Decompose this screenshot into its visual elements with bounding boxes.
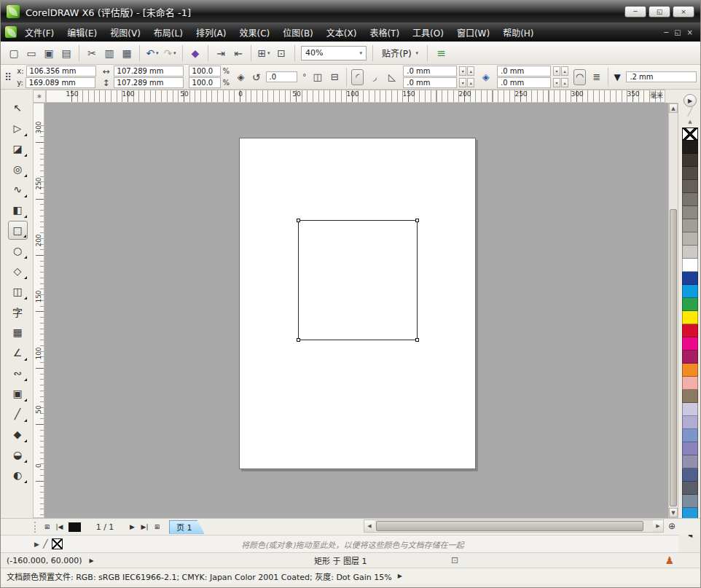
node-handle-top-right[interactable] xyxy=(415,219,419,222)
add-page-end-button[interactable]: ⊞ xyxy=(151,521,163,533)
shape-tool[interactable]: ▷ xyxy=(8,119,28,138)
node-handle-bottom-left[interactable] xyxy=(297,338,300,342)
color-swatch[interactable] xyxy=(682,469,698,482)
menu-layout[interactable]: 布局(L) xyxy=(147,23,189,42)
scroll-left-icon[interactable]: ◀ xyxy=(364,520,375,532)
scroll-down-icon[interactable]: ▼ xyxy=(669,508,678,517)
document-palette-flyout-icon[interactable]: ▶ xyxy=(34,541,39,548)
node-handle-bottom-right[interactable] xyxy=(415,338,419,342)
zoom-level-select[interactable]: 40% ▾ xyxy=(301,46,367,60)
no-color-swatch[interactable] xyxy=(52,538,63,549)
spin-down-icon[interactable]: ▾ xyxy=(553,78,560,87)
color-swatch[interactable] xyxy=(682,324,698,337)
corner-radius-tl-field[interactable]: .0 mm xyxy=(403,66,457,77)
color-eyedropper-tool[interactable]: ╱ xyxy=(8,404,28,423)
corner-radius-tr-field[interactable]: .0 mm xyxy=(497,66,551,77)
vertical-ruler[interactable]: 300250200150100500 xyxy=(33,103,44,518)
color-swatch[interactable] xyxy=(682,403,698,416)
ellipse-tool[interactable]: ○ xyxy=(8,241,28,260)
smart-fill-tool[interactable]: ◧ xyxy=(8,200,28,219)
text-tool[interactable]: 字 xyxy=(8,302,28,321)
copy-button[interactable]: ▥ xyxy=(101,44,118,62)
menu-window[interactable]: 窗口(W) xyxy=(450,23,496,42)
options-icon[interactable]: ≡ xyxy=(432,47,450,60)
basic-shapes-tool[interactable]: ◫ xyxy=(8,282,28,301)
menu-tools[interactable]: 工具(O) xyxy=(406,23,450,42)
color-swatch[interactable] xyxy=(682,285,698,298)
menu-effects[interactable]: 效果(C) xyxy=(232,23,276,42)
welcome-screen-button[interactable]: ⊡ xyxy=(273,44,290,62)
color-swatch[interactable] xyxy=(682,154,698,167)
vertical-scrollbar[interactable]: ▲ ▼ xyxy=(668,103,678,518)
redo-button[interactable]: ↷▾ xyxy=(161,44,179,62)
color-swatch[interactable] xyxy=(682,193,698,206)
menu-edit[interactable]: 编辑(E) xyxy=(60,23,103,42)
menu-table[interactable]: 表格(T) xyxy=(363,23,406,42)
undo-button[interactable]: ↶▾ xyxy=(144,44,161,62)
color-swatch[interactable] xyxy=(682,141,698,154)
object-width-field[interactable]: 107.289 mm xyxy=(114,66,184,77)
new-document-button[interactable]: ▢ xyxy=(5,44,23,62)
corner-radius-br-field[interactable]: .0 mm xyxy=(497,77,551,88)
node-handle-top-left[interactable] xyxy=(297,219,300,222)
vertical-scrollbar-thumb[interactable] xyxy=(670,209,677,506)
mirror-vertical-button[interactable]: ⊟ xyxy=(329,69,341,85)
horizontal-scrollbar-thumb[interactable] xyxy=(376,521,643,531)
page-tab[interactable]: 页 1 xyxy=(169,520,205,534)
menu-bitmaps[interactable]: 位图(B) xyxy=(276,23,320,42)
maximize-button[interactable]: ◱ xyxy=(649,6,670,17)
outline-pen-tool[interactable]: ◆ xyxy=(8,425,28,444)
rectangle-tool[interactable]: □ xyxy=(8,221,28,240)
add-page-start-button[interactable]: ⊞ xyxy=(41,521,53,533)
paste-button[interactable]: ▦ xyxy=(118,44,136,62)
print-button[interactable]: ▤ xyxy=(58,44,75,62)
ruler-origin[interactable]: ∗ xyxy=(33,90,46,103)
crop-tool[interactable]: ◪ xyxy=(8,139,28,158)
color-swatch[interactable] xyxy=(682,377,698,390)
save-button[interactable]: ▣ xyxy=(40,44,58,62)
close-button[interactable]: × xyxy=(673,6,694,17)
dimension-tool[interactable]: ∠ xyxy=(8,343,28,362)
prev-page-button[interactable] xyxy=(68,522,81,532)
y-position-field[interactable]: 169.089 mm xyxy=(26,77,95,88)
last-page-button[interactable]: ▶| xyxy=(138,521,151,533)
horizontal-ruler[interactable]: 15010050050100150200250300350毫米 xyxy=(46,90,665,103)
spin-up-icon[interactable]: ▴ xyxy=(561,66,568,76)
round-corner-button[interactable]: ◜ xyxy=(351,69,364,85)
palette-flyout-button[interactable]: ▶ xyxy=(684,94,697,107)
scale-y-field[interactable]: 100.0 xyxy=(189,77,221,88)
cut-button[interactable]: ✂ xyxy=(83,44,101,62)
status-flyout-icon[interactable]: ▶ xyxy=(90,557,94,564)
document-palette-eyedropper-icon[interactable]: ╱ xyxy=(43,539,48,549)
spin-up-icon[interactable]: ▴ xyxy=(467,78,474,87)
scroll-up-icon[interactable]: ▲ xyxy=(669,103,678,113)
spin-up-icon[interactable]: ▴ xyxy=(561,78,568,87)
outline-width-field[interactable]: .2 mm xyxy=(626,71,697,82)
scroll-right-icon[interactable]: ▶ xyxy=(653,520,663,532)
zoom-fit-icon[interactable]: ⊕ xyxy=(665,520,678,533)
scale-x-field[interactable]: 100.0 xyxy=(189,66,221,77)
spin-down-icon[interactable]: ▾ xyxy=(459,66,466,76)
color-swatch[interactable] xyxy=(682,259,698,272)
table-tool[interactable]: ▦ xyxy=(8,323,28,342)
interactive-fill-tool[interactable]: ◐ xyxy=(8,466,28,485)
color-swatch[interactable] xyxy=(682,442,698,455)
open-button[interactable]: ▭ xyxy=(23,44,40,62)
doc-minimize-button[interactable]: ─ xyxy=(664,28,668,36)
relative-corner-scaling-button[interactable]: ◠ xyxy=(573,69,586,85)
color-swatch[interactable] xyxy=(682,272,698,285)
rotation-angle-field[interactable]: .0 xyxy=(266,71,298,82)
menu-text[interactable]: 文本(X) xyxy=(320,23,364,42)
snap-to-dropdown[interactable]: 贴齐(P) ▾ xyxy=(377,47,423,59)
chevron-down-icon[interactable]: ▾ xyxy=(156,50,159,56)
color-swatch[interactable] xyxy=(682,482,698,495)
color-swatch[interactable] xyxy=(682,232,698,246)
next-page-button[interactable]: ▶ xyxy=(126,521,138,533)
no-color-swatch[interactable] xyxy=(682,128,698,141)
corner-lock-icon[interactable]: ◈ xyxy=(479,69,492,85)
export-button[interactable]: ⇤ xyxy=(230,44,247,62)
drawing-canvas[interactable] xyxy=(44,103,668,518)
color-swatch[interactable] xyxy=(682,206,698,219)
connector-tool[interactable]: ∾ xyxy=(8,364,28,383)
zoom-tool[interactable]: ◎ xyxy=(8,160,28,179)
